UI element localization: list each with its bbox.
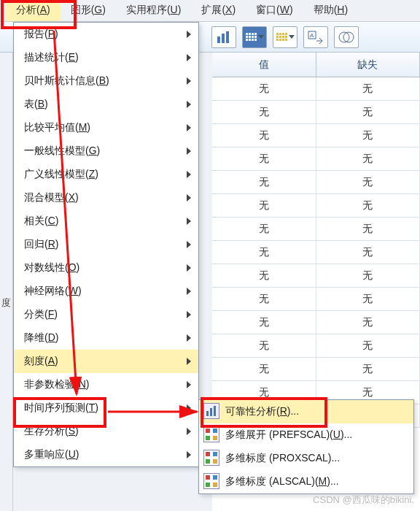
table-row[interactable]: 无无 bbox=[212, 241, 420, 264]
table-row[interactable]: 无无 bbox=[212, 264, 420, 288]
menubar-item-g[interactable]: 图形(G) bbox=[61, 0, 116, 21]
table-cell: 无 bbox=[316, 334, 421, 357]
toolbar-grid-blue-icon[interactable] bbox=[242, 26, 267, 48]
table-cell: 无 bbox=[212, 334, 316, 357]
submenu-arrow-icon bbox=[187, 288, 191, 295]
submenu-arrow-icon bbox=[187, 428, 191, 435]
submenu-arrow-icon bbox=[187, 241, 191, 248]
menu-item[interactable]: 比较平均值(M) bbox=[14, 116, 198, 139]
analyze-dropdown: 报告(P)描述统计(E)贝叶斯统计信息(B)表(B)比较平均值(M)一般线性模型… bbox=[13, 22, 199, 467]
table-row[interactable]: 无无 bbox=[212, 194, 420, 218]
submenu-arrow-icon bbox=[187, 358, 191, 365]
menubar-item-h[interactable]: 帮助(H) bbox=[303, 0, 358, 21]
menu-item[interactable]: 描述统计(E) bbox=[14, 46, 198, 69]
table-row[interactable]: 无无 bbox=[212, 358, 420, 381]
svg-rect-8 bbox=[210, 408, 212, 416]
table-cell: 无 bbox=[212, 241, 316, 264]
grid-icon bbox=[203, 473, 219, 489]
submenu-item[interactable]: 多维展开 (PREFSCAL)(U)... bbox=[199, 423, 413, 447]
submenu-item[interactable]: 多维标度 (PROXSCAL)... bbox=[199, 447, 413, 470]
menu-item[interactable]: 相关(C) bbox=[14, 210, 198, 233]
table-cell: 无 bbox=[316, 171, 421, 193]
scale-submenu: 可靠性分析(R)...多维展开 (PREFSCAL)(U)...多维标度 (PR… bbox=[198, 399, 414, 494]
table-row[interactable]: 无无 bbox=[212, 218, 420, 241]
menu-item[interactable]: 非参数检验(N) bbox=[14, 373, 198, 396]
menu-item[interactable]: 一般线性模型(G) bbox=[14, 139, 198, 163]
menu-item[interactable]: 回归(R) bbox=[14, 233, 198, 256]
svg-point-5 bbox=[339, 32, 349, 42]
menu-item[interactable]: 刻度(A) bbox=[14, 350, 198, 373]
toolbar-varlabel-icon[interactable]: A bbox=[303, 26, 328, 48]
table-cell: 无 bbox=[212, 358, 316, 380]
table-row[interactable]: 无无 bbox=[212, 288, 420, 311]
svg-rect-7 bbox=[206, 411, 209, 416]
menu-item[interactable]: 神经网络(W) bbox=[14, 280, 198, 303]
table-cell: 无 bbox=[316, 311, 421, 334]
table-row[interactable]: 无无 bbox=[212, 171, 420, 194]
menu-item[interactable]: 混合模型(X) bbox=[14, 186, 198, 210]
submenu-arrow-icon bbox=[187, 451, 191, 458]
table-cell: 无 bbox=[316, 194, 421, 217]
table-body: 无无无无无无无无无无无无无无无无无无无无无无无无无无无无无无 bbox=[212, 77, 420, 428]
menubar-item-x[interactable]: 扩展(X) bbox=[191, 0, 246, 21]
table-cell: 无 bbox=[316, 124, 421, 147]
menubar-item-a[interactable]: 分析(A) bbox=[6, 0, 61, 21]
submenu-arrow-icon bbox=[187, 101, 191, 108]
menu-item[interactable]: 降维(D) bbox=[14, 326, 198, 350]
toolbar-venn-icon[interactable] bbox=[334, 26, 359, 48]
menu-item[interactable]: 多重响应(U) bbox=[14, 443, 198, 466]
table-row[interactable]: 无无 bbox=[212, 101, 420, 124]
toolbar-chart-icon[interactable] bbox=[211, 26, 236, 48]
submenu-arrow-icon bbox=[187, 54, 191, 61]
table-cell: 无 bbox=[212, 218, 316, 240]
table-row[interactable]: 无无 bbox=[212, 334, 420, 358]
table-cell: 无 bbox=[212, 264, 316, 287]
table-cell: 无 bbox=[212, 311, 316, 334]
submenu-arrow-icon bbox=[187, 311, 191, 318]
table-cell: 无 bbox=[316, 264, 421, 287]
menu-item[interactable]: 时间序列预测(T) bbox=[14, 396, 198, 420]
menu-item[interactable]: 表(B) bbox=[14, 93, 198, 116]
submenu-arrow-icon bbox=[187, 31, 191, 38]
menu-item[interactable]: 生存分析(S) bbox=[14, 420, 198, 443]
menu-item[interactable]: 广义线性模型(Z) bbox=[14, 163, 198, 186]
left-gutter: 度 bbox=[0, 53, 13, 511]
submenu-item-label: 多维标度 (ALSCAL)(M)... bbox=[225, 475, 339, 487]
menubar-item-w[interactable]: 窗口(W) bbox=[246, 0, 303, 21]
table-cell: 无 bbox=[212, 77, 316, 100]
submenu-arrow-icon bbox=[187, 381, 191, 388]
table-cell: 无 bbox=[212, 147, 316, 170]
submenu-item[interactable]: 多维标度 (ALSCAL)(M)... bbox=[199, 470, 413, 493]
table-cell: 无 bbox=[316, 77, 421, 100]
svg-rect-2 bbox=[226, 31, 229, 43]
column-header[interactable]: 缺失 bbox=[316, 53, 421, 77]
column-header[interactable]: 值 bbox=[212, 53, 316, 77]
submenu-item[interactable]: 可靠性分析(R)... bbox=[199, 400, 413, 423]
submenu-arrow-icon bbox=[187, 124, 191, 131]
menu-item[interactable]: 分类(F) bbox=[14, 303, 198, 326]
menu-item[interactable]: 对数线性(O) bbox=[14, 256, 198, 280]
submenu-arrow-icon bbox=[187, 171, 191, 178]
submenu-arrow-icon bbox=[187, 334, 191, 342]
submenu-item-label: 多维展开 (PREFSCAL)(U)... bbox=[225, 429, 352, 440]
table-cell: 无 bbox=[212, 171, 316, 193]
table-row[interactable]: 无无 bbox=[212, 147, 420, 171]
svg-text:A: A bbox=[310, 32, 314, 39]
menu-item[interactable]: 贝叶斯统计信息(B) bbox=[14, 69, 198, 93]
submenu-item-label: 多维标度 (PROXSCAL)... bbox=[225, 452, 340, 464]
table-cell: 无 bbox=[316, 147, 421, 170]
table-row[interactable]: 无无 bbox=[212, 77, 420, 101]
table-cell: 无 bbox=[316, 241, 421, 264]
menubar-item-u[interactable]: 实用程序(U) bbox=[116, 0, 191, 21]
table-header: 值缺失 bbox=[212, 53, 420, 77]
submenu-arrow-icon bbox=[187, 404, 191, 412]
table-cell: 无 bbox=[212, 124, 316, 147]
table-row[interactable]: 无无 bbox=[212, 311, 420, 334]
svg-rect-0 bbox=[217, 36, 220, 43]
bar-icon bbox=[203, 403, 219, 419]
table-cell: 无 bbox=[316, 358, 421, 380]
toolbar-grid-yellow-icon[interactable] bbox=[273, 26, 298, 48]
table-row[interactable]: 无无 bbox=[212, 124, 420, 147]
menu-item[interactable]: 报告(P) bbox=[14, 23, 198, 46]
svg-rect-9 bbox=[214, 406, 216, 416]
